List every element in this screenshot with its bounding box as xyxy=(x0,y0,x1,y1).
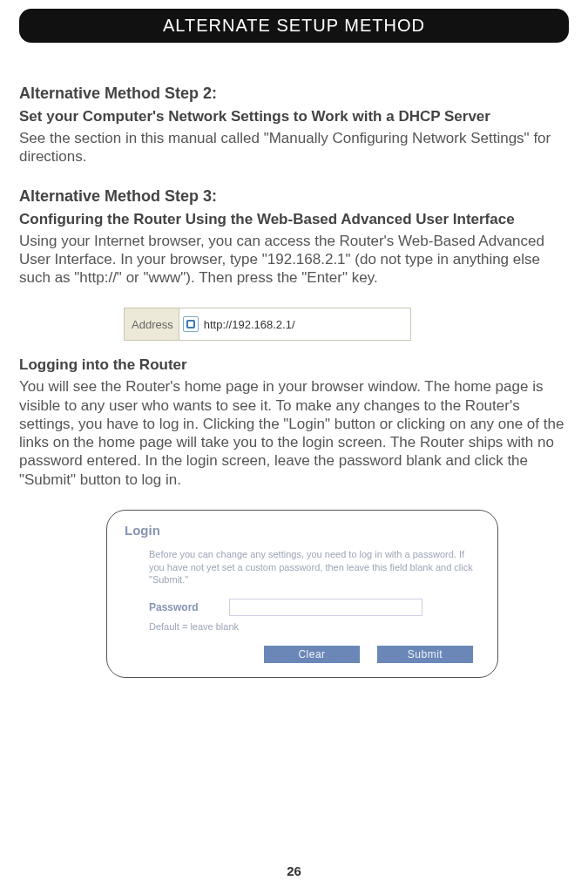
logging-body: You will see the Router's home page in y… xyxy=(19,377,569,489)
step2-heading: Alternative Method Step 2: xyxy=(19,85,569,103)
submit-button[interactable]: Submit xyxy=(377,646,473,663)
logging-heading: Logging into the Router xyxy=(19,356,569,374)
login-button-row: Clear Submit xyxy=(149,646,482,663)
page-header: ALTERNATE SETUP METHOD xyxy=(19,9,569,43)
browser-address-bar: Address http://192.168.2.1/ xyxy=(124,308,411,341)
password-label: Password xyxy=(149,601,229,613)
clear-button[interactable]: Clear xyxy=(264,646,360,663)
step2-subheading: Set your Computer's Network Settings to … xyxy=(19,108,569,125)
address-url: http://192.168.2.1/ xyxy=(204,318,295,331)
page-icon xyxy=(183,316,199,332)
step2-body: See the section in this manual called "M… xyxy=(19,129,569,166)
password-input[interactable] xyxy=(229,599,422,616)
body-content: Alternative Method Step 2: Set your Comp… xyxy=(19,43,569,678)
step3-heading: Alternative Method Step 3: xyxy=(19,187,569,206)
step3-body: Using your Internet browser, you can acc… xyxy=(19,232,569,288)
login-title: Login xyxy=(125,523,482,538)
password-default-text: Default = leave blank xyxy=(149,621,482,632)
address-field[interactable]: http://192.168.2.1/ xyxy=(179,308,410,340)
step3-subheading: Configuring the Router Using the Web-Bas… xyxy=(19,211,569,228)
address-label: Address xyxy=(125,308,179,340)
page-number: 26 xyxy=(0,864,588,878)
password-row: Password xyxy=(149,599,482,616)
login-instructions: Before you can change any settings, you … xyxy=(149,548,482,587)
login-screenshot: Login Before you can change any settings… xyxy=(106,510,498,679)
